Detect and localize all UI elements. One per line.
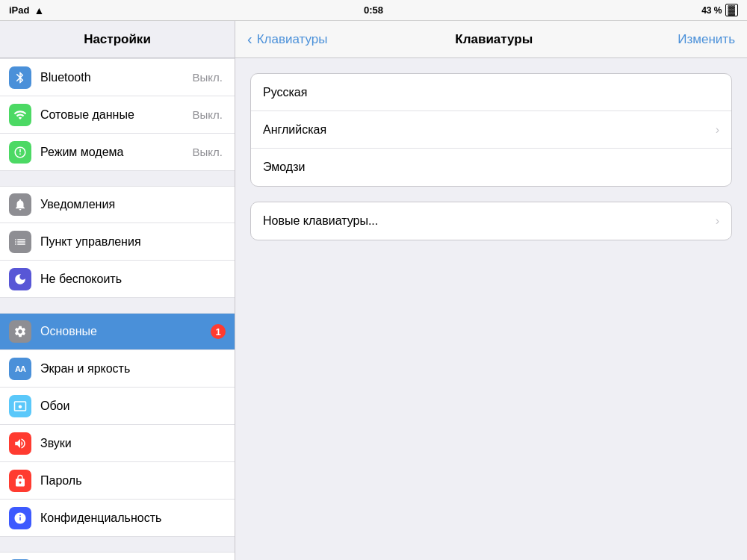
sidebar: Настройки Bluetooth Выкл. Сотовые данные… [0, 21, 235, 560]
nav-back-label: Клавиатуры [257, 32, 328, 47]
detail-title: Клавиатуры [328, 32, 660, 47]
hotspot-label: Режим модема [40, 146, 193, 159]
sounds-icon [9, 432, 31, 455]
hotspot-value: Выкл. [193, 146, 223, 158]
list-item-new-keyboards[interactable]: Новые клавиатуры... › [251, 202, 731, 240]
status-bar-left: iPad ▲ [9, 4, 44, 16]
sidebar-item-bluetooth[interactable]: Bluetooth Выкл. [0, 59, 235, 96]
donotdisturb-label: Не беспокоить [40, 273, 226, 286]
wallpaper-label: Обои [40, 399, 226, 413]
main-layout: Настройки Bluetooth Выкл. Сотовые данные… [0, 21, 747, 560]
sidebar-item-hotspot[interactable]: Режим модема Выкл. [0, 134, 235, 171]
control-label: Пункт управления [40, 235, 226, 249]
emoji-label: Эмодзи [263, 161, 719, 174]
passcode-icon [9, 470, 31, 492]
notifications-label: Уведомления [40, 198, 226, 211]
sounds-label: Звуки [40, 437, 226, 450]
sidebar-item-donotdisturb[interactable]: Не беспокоить [0, 261, 235, 298]
nav-back-button[interactable]: ‹ Клавиатуры [247, 31, 328, 48]
list-item-emoji[interactable]: Эмодзи [251, 149, 731, 186]
separator-1 [0, 171, 235, 186]
back-chevron-icon: ‹ [247, 31, 252, 48]
bluetooth-label: Bluetooth [40, 71, 193, 84]
sidebar-item-cellular[interactable]: Сотовые данные Выкл. [0, 96, 235, 134]
bluetooth-value: Выкл. [193, 71, 223, 84]
detail-content: Русская Английская › Эмодзи Новые клавиа… [235, 58, 747, 560]
sidebar-group-system: Уведомления Пункт управления Не беспокои… [0, 186, 235, 298]
sidebar-item-notifications[interactable]: Уведомления [0, 186, 235, 223]
general-icon [9, 320, 31, 343]
wifi-icon: ▲ [34, 4, 44, 16]
detail-panel: ‹ Клавиатуры Клавиатуры Изменить Русская… [235, 21, 747, 560]
display-label: Экран и яркость [40, 362, 226, 376]
control-icon [9, 231, 31, 253]
russian-label: Русская [263, 86, 719, 99]
keyboards-list-group: Русская Английская › Эмодзи [250, 73, 732, 187]
cellular-value: Выкл. [193, 108, 223, 121]
ipad-label: iPad [9, 4, 29, 16]
privacy-label: Конфиденциальность [40, 511, 226, 525]
sidebar-item-icloud[interactable]: iCloud [0, 552, 235, 560]
general-label: Основные [40, 325, 211, 338]
sidebar-item-control[interactable]: Пункт управления [0, 223, 235, 261]
separator-2 [0, 298, 235, 313]
sidebar-group-general: Основные 1 AA Экран и яркость Обои Зв [0, 313, 235, 537]
battery-label: 43 % [701, 5, 722, 16]
detail-navbar: ‹ Клавиатуры Клавиатуры Изменить [235, 21, 747, 58]
english-label: Английская [263, 123, 716, 137]
separator-3 [0, 537, 235, 552]
sidebar-group-services: iCloud iTunes Store, App Store [0, 552, 235, 560]
hotspot-icon [9, 141, 31, 164]
cellular-icon [9, 104, 31, 126]
wallpaper-icon [9, 395, 31, 417]
english-chevron-icon: › [716, 123, 719, 137]
passcode-label: Пароль [40, 474, 226, 488]
sidebar-item-passcode[interactable]: Пароль [0, 462, 235, 500]
sidebar-group-connectivity: Bluetooth Выкл. Сотовые данные Выкл. Реж… [0, 58, 235, 171]
sidebar-item-sounds[interactable]: Звуки [0, 425, 235, 462]
bluetooth-icon [9, 66, 31, 89]
status-bar-time: 0:58 [364, 4, 383, 16]
nav-action-button[interactable]: Изменить [660, 32, 735, 47]
status-bar: iPad ▲ 0:58 43 % ▓ [0, 0, 747, 21]
donotdisturb-icon [9, 268, 31, 290]
privacy-icon [9, 507, 31, 529]
cellular-label: Сотовые данные [40, 108, 193, 122]
new-keyboards-chevron-icon: › [716, 214, 719, 228]
battery-icon: ▓ [725, 4, 738, 16]
notifications-icon [9, 193, 31, 216]
new-keyboards-label: Новые клавиатуры... [263, 214, 716, 228]
sidebar-title: Настройки [84, 32, 151, 47]
list-item-russian[interactable]: Русская [251, 74, 731, 111]
sidebar-item-general[interactable]: Основные 1 [0, 313, 235, 350]
sidebar-item-wallpaper[interactable]: Обои [0, 388, 235, 425]
sidebar-item-display[interactable]: AA Экран и яркость [0, 350, 235, 388]
new-keyboards-list-group: Новые клавиатуры... › [250, 202, 732, 240]
general-badge: 1 [211, 324, 226, 339]
status-bar-right: 43 % ▓ [701, 4, 738, 16]
sidebar-item-privacy[interactable]: Конфиденциальность [0, 500, 235, 537]
display-icon: AA [9, 358, 31, 380]
sidebar-header: Настройки [0, 21, 235, 58]
list-item-english[interactable]: Английская › [251, 111, 731, 149]
